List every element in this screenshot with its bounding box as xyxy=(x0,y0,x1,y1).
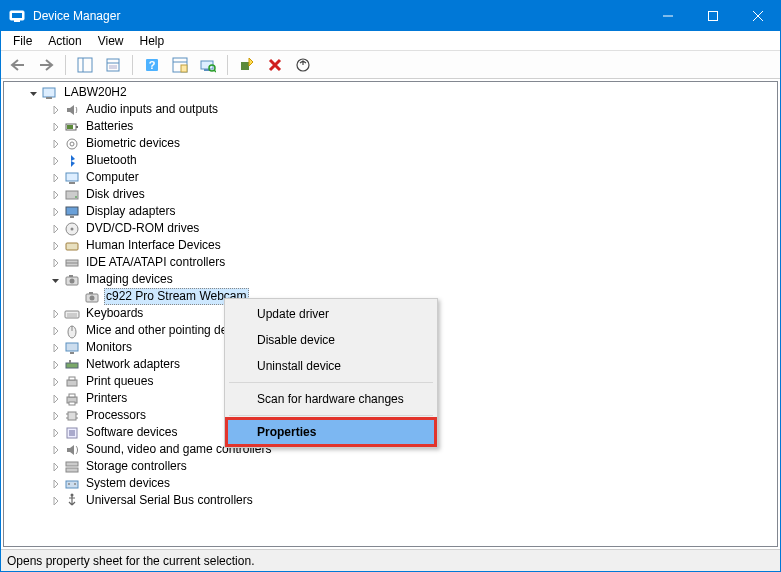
tree-expander-icon[interactable] xyxy=(48,204,64,220)
tree-expander-icon[interactable] xyxy=(48,340,64,356)
statusbar-text: Opens property sheet for the current sel… xyxy=(7,554,254,568)
tree-expander-icon[interactable] xyxy=(48,476,64,492)
context-properties[interactable]: Properties xyxy=(227,419,435,445)
svg-rect-54 xyxy=(67,380,77,386)
add-legacy-button[interactable] xyxy=(236,54,258,76)
sound-icon xyxy=(64,442,80,458)
menu-view[interactable]: View xyxy=(90,32,132,50)
svg-rect-57 xyxy=(69,394,75,397)
network-icon xyxy=(64,357,80,373)
close-button[interactable] xyxy=(735,1,780,31)
context-update-driver[interactable]: Update driver xyxy=(227,301,435,327)
tree-category-universal-serial-bus-controllers[interactable]: Universal Serial Bus controllers xyxy=(48,492,777,509)
tree-expander-icon[interactable] xyxy=(48,408,64,424)
svg-rect-67 xyxy=(66,468,78,472)
svg-rect-21 xyxy=(43,88,55,97)
tree-expander-icon[interactable] xyxy=(48,357,64,373)
tree-category-label: DVD/CD-ROM drives xyxy=(84,220,201,237)
tree-category-disk-drives[interactable]: Disk drives xyxy=(48,186,777,203)
context-disable-device[interactable]: Disable device xyxy=(227,327,435,353)
device-tree-pane[interactable]: LABW20H2Audio inputs and outputsBatterie… xyxy=(3,81,778,547)
tree-expander-icon[interactable] xyxy=(48,391,64,407)
tree-expander-icon[interactable] xyxy=(48,442,64,458)
svg-rect-32 xyxy=(66,207,78,215)
titlebar: Device Manager xyxy=(1,1,780,31)
mouse-icon xyxy=(64,323,80,339)
svg-point-26 xyxy=(67,139,77,149)
tree-expander-icon[interactable] xyxy=(48,119,64,135)
action-toolbar-button[interactable] xyxy=(169,54,191,76)
disk-icon xyxy=(64,187,80,203)
tree-category-bluetooth[interactable]: Bluetooth xyxy=(48,152,777,169)
maximize-button[interactable] xyxy=(690,1,735,31)
svg-rect-36 xyxy=(66,243,78,250)
toolbar-separator xyxy=(227,55,228,75)
tree-expander-icon[interactable] xyxy=(48,425,64,441)
svg-rect-1 xyxy=(12,13,22,18)
svg-rect-41 xyxy=(69,275,73,277)
tree-expander-icon[interactable] xyxy=(48,153,64,169)
tree-category-label: Disk drives xyxy=(84,186,147,203)
tree-expander-icon[interactable] xyxy=(48,272,64,288)
svg-point-69 xyxy=(68,483,70,485)
tree-expander-icon[interactable] xyxy=(48,170,64,186)
tree-category-audio-inputs-and-outputs[interactable]: Audio inputs and outputs xyxy=(48,101,777,118)
forward-button[interactable] xyxy=(35,54,57,76)
svg-rect-50 xyxy=(66,343,78,351)
tree-expander-icon[interactable] xyxy=(26,85,42,101)
tree-category-label: Printers xyxy=(84,390,129,407)
tree-category-dvd-cd-rom-drives[interactable]: DVD/CD-ROM drives xyxy=(48,220,777,237)
tree-expander-icon[interactable] xyxy=(48,238,64,254)
uninstall-button[interactable] xyxy=(264,54,286,76)
svg-rect-25 xyxy=(67,125,73,129)
tree-category-batteries[interactable]: Batteries xyxy=(48,118,777,135)
menu-action[interactable]: Action xyxy=(40,32,89,50)
svg-rect-24 xyxy=(76,126,78,128)
tree-category-display-adapters[interactable]: Display adapters xyxy=(48,203,777,220)
menu-help[interactable]: Help xyxy=(132,32,173,50)
tree-expander-icon[interactable] xyxy=(48,493,64,509)
tree-expander-icon[interactable] xyxy=(48,221,64,237)
tree-expander-icon[interactable] xyxy=(48,323,64,339)
svg-rect-28 xyxy=(66,173,78,181)
tree-category-label: Software devices xyxy=(84,424,179,441)
tree-category-imaging-devices[interactable]: Imaging devices xyxy=(48,271,777,288)
show-hide-tree-button[interactable] xyxy=(74,54,96,76)
tree-category-biometric-devices[interactable]: Biometric devices xyxy=(48,135,777,152)
tree-category-human-interface-devices[interactable]: Human Interface Devices xyxy=(48,237,777,254)
svg-rect-22 xyxy=(46,97,52,99)
context-uninstall-device[interactable]: Uninstall device xyxy=(227,353,435,379)
svg-rect-58 xyxy=(69,402,75,405)
audio-icon xyxy=(64,102,80,118)
update-driver-button[interactable] xyxy=(292,54,314,76)
tree-category-computer[interactable]: Computer xyxy=(48,169,777,186)
svg-rect-59 xyxy=(68,412,76,420)
svg-rect-52 xyxy=(66,363,78,368)
tree-category-system-devices[interactable]: System devices xyxy=(48,475,777,492)
context-scan-hardware[interactable]: Scan for hardware changes xyxy=(227,386,435,412)
menu-file[interactable]: File xyxy=(5,32,40,50)
tree-root[interactable]: LABW20H2 xyxy=(26,84,777,101)
svg-rect-19 xyxy=(241,62,249,70)
scan-hardware-button[interactable] xyxy=(197,54,219,76)
help-toolbar-button[interactable]: ? xyxy=(141,54,163,76)
svg-point-70 xyxy=(74,483,76,485)
tree-expander-icon[interactable] xyxy=(48,187,64,203)
tree-category-label: Universal Serial Bus controllers xyxy=(84,492,255,509)
tree-expander-icon[interactable] xyxy=(48,102,64,118)
tree-expander-icon[interactable] xyxy=(48,306,64,322)
properties-toolbar-button[interactable] xyxy=(102,54,124,76)
tree-expander-icon[interactable] xyxy=(48,255,64,271)
tree-category-storage-controllers[interactable]: Storage controllers xyxy=(48,458,777,475)
bluetooth-icon xyxy=(64,153,80,169)
tree-expander-icon[interactable] xyxy=(48,459,64,475)
tree-expander-icon[interactable] xyxy=(48,136,64,152)
tree-category-label: System devices xyxy=(84,475,172,492)
tree-category-ide-ata-atapi-controllers[interactable]: IDE ATA/ATAPI controllers xyxy=(48,254,777,271)
minimize-button[interactable] xyxy=(645,1,690,31)
software-icon xyxy=(64,425,80,441)
tree-category-label: Print queues xyxy=(84,373,155,390)
back-button[interactable] xyxy=(7,54,29,76)
tree-expander-icon[interactable] xyxy=(48,374,64,390)
processor-icon xyxy=(64,408,80,424)
